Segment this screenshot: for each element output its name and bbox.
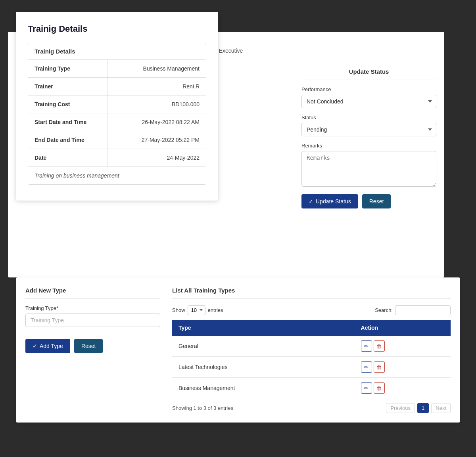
search-input[interactable] bbox=[395, 305, 451, 315]
show-entries: Show 10 25 50 entries bbox=[172, 305, 223, 315]
training-details-card: Trainig Details Trainig Details Training… bbox=[16, 12, 218, 201]
row-label: Training Cost bbox=[28, 96, 107, 113]
status-select[interactable]: Pending Completed Cancelled bbox=[301, 123, 436, 136]
table-row: Start Date and Time26-May-2022 08:22 AM bbox=[28, 113, 206, 131]
action-cell: ✏ 🗑 bbox=[355, 357, 451, 378]
row-label: Start Date and Time bbox=[28, 113, 107, 131]
performance-label: Performance bbox=[301, 86, 436, 92]
col-action: Action bbox=[355, 320, 451, 336]
add-type-panel: Add New Type Training Type* ✓ Add Type R… bbox=[25, 287, 160, 413]
inner-box: Trainig Details Training TypeBusiness Ma… bbox=[28, 43, 206, 185]
add-type-panel-title: Add New Type bbox=[25, 287, 160, 299]
edit-button[interactable]: ✏ bbox=[361, 382, 372, 394]
prev-page-button[interactable]: Previous bbox=[386, 403, 415, 413]
row-label: Trainer bbox=[28, 78, 107, 96]
employee-label: g Executive bbox=[214, 48, 476, 54]
table-row: TrainerReni R bbox=[28, 78, 206, 96]
row-value: 27-May-2022 05:22 PM bbox=[107, 131, 206, 149]
training-type-input[interactable] bbox=[25, 314, 160, 327]
type-name: General bbox=[172, 336, 355, 357]
table-controls: Show 10 25 50 entries Search: bbox=[172, 305, 451, 315]
check-icon-add: ✓ bbox=[33, 343, 37, 349]
inner-box-header: Trainig Details bbox=[28, 43, 206, 60]
row-value: 24-May-2022 bbox=[107, 149, 206, 167]
update-status-panel: Update Status Performance Not Concluded … bbox=[301, 63, 436, 208]
check-icon: ✓ bbox=[309, 198, 313, 205]
card-title: Trainig Details bbox=[28, 24, 206, 34]
training-types-table: Type Action General ✏ 🗑 Latest Technolog… bbox=[172, 320, 451, 398]
list-item: Latest Technologies ✏ 🗑 bbox=[172, 357, 451, 378]
remarks-label: Remarks bbox=[301, 143, 436, 149]
row-label: Date bbox=[28, 149, 107, 167]
row-value: BD100.000 bbox=[107, 96, 206, 113]
table-row: End Date and Time27-May-2022 05:22 PM bbox=[28, 131, 206, 149]
action-cell: ✏ 🗑 bbox=[355, 378, 451, 399]
row-label: End Date and Time bbox=[28, 131, 107, 149]
row-label: Training Type bbox=[28, 60, 107, 78]
search-label: Search: bbox=[375, 307, 393, 313]
reset-add-button[interactable]: Reset bbox=[74, 339, 103, 353]
type-name: Business Management bbox=[172, 378, 355, 399]
row-value: Reni R bbox=[107, 78, 206, 96]
remarks-textarea[interactable] bbox=[301, 151, 436, 187]
delete-button[interactable]: 🗑 bbox=[374, 382, 385, 394]
table-row: Training TypeBusiness Management bbox=[28, 60, 206, 78]
entries-select[interactable]: 10 25 50 bbox=[188, 305, 205, 315]
add-type-buttons: ✓ Add Type Reset bbox=[25, 339, 160, 353]
list-item: Business Management ✏ 🗑 bbox=[172, 378, 451, 399]
table-row: Date24-May-2022 bbox=[28, 149, 206, 167]
delete-button[interactable]: 🗑 bbox=[374, 340, 385, 352]
edit-button[interactable]: ✏ bbox=[361, 340, 372, 352]
list-panel-title: List All Training Types bbox=[172, 287, 451, 299]
status-group: Status Pending Completed Cancelled bbox=[301, 115, 436, 136]
table-header-row: Type Action bbox=[172, 320, 451, 336]
next-page-button[interactable]: Next bbox=[431, 403, 451, 413]
update-status-buttons: ✓ Update Status Reset bbox=[301, 194, 436, 208]
row-value: 26-May-2022 08:22 AM bbox=[107, 113, 206, 131]
delete-button[interactable]: 🗑 bbox=[374, 361, 385, 373]
description-text: Training on business management bbox=[28, 166, 206, 184]
row-value: Business Management bbox=[107, 60, 206, 78]
edit-button[interactable]: ✏ bbox=[361, 361, 372, 373]
search-box: Search: bbox=[375, 305, 451, 315]
showing-text: Showing 1 to 3 of 3 entries bbox=[172, 405, 233, 411]
page-1-button[interactable]: 1 bbox=[417, 403, 429, 413]
list-item: General ✏ 🗑 bbox=[172, 336, 451, 357]
pagination: Previous 1 Next bbox=[386, 403, 451, 413]
performance-select[interactable]: Not Concluded Concluded In Progress bbox=[301, 95, 436, 108]
action-cell: ✏ 🗑 bbox=[355, 336, 451, 357]
update-status-title: Update Status bbox=[301, 63, 436, 80]
col-type: Type bbox=[172, 320, 355, 336]
details-table: Training TypeBusiness ManagementTrainerR… bbox=[28, 60, 206, 166]
remarks-group: Remarks bbox=[301, 143, 436, 188]
status-label: Status bbox=[301, 115, 436, 120]
training-type-label: Training Type* bbox=[25, 305, 160, 311]
table-footer: Showing 1 to 3 of 3 entries Previous 1 N… bbox=[172, 403, 451, 413]
type-name: Latest Technologies bbox=[172, 357, 355, 378]
reset-update-button[interactable]: Reset bbox=[362, 194, 391, 208]
bottom-section: Add New Type Training Type* ✓ Add Type R… bbox=[16, 277, 460, 423]
update-status-button[interactable]: ✓ Update Status bbox=[301, 194, 358, 208]
performance-group: Performance Not Concluded Concluded In P… bbox=[301, 86, 436, 108]
table-row: Training CostBD100.000 bbox=[28, 96, 206, 113]
add-type-button[interactable]: ✓ Add Type bbox=[25, 339, 70, 353]
list-panel: List All Training Types Show 10 25 50 en… bbox=[172, 287, 451, 413]
